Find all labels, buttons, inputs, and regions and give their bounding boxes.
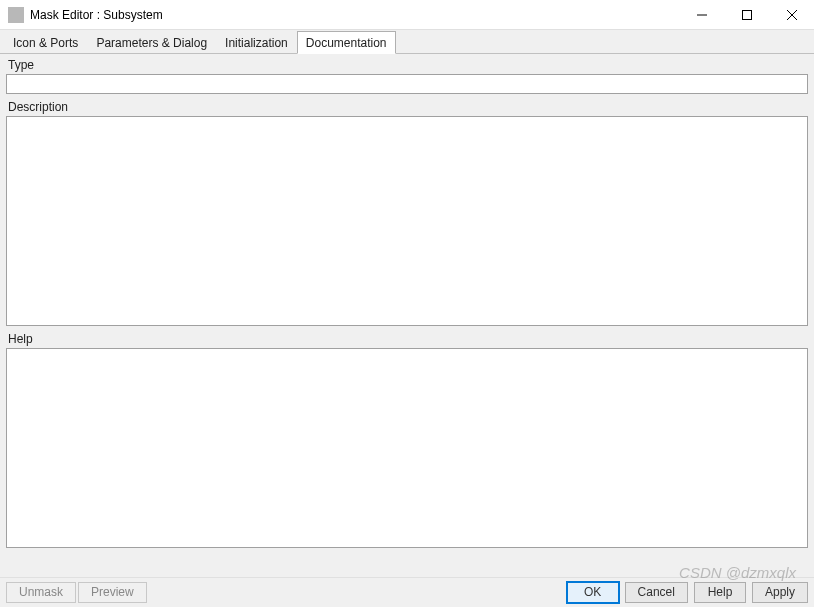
tab-bar: Icon & Ports Parameters & Dialog Initial… (0, 30, 814, 54)
close-icon (787, 10, 797, 20)
description-textarea[interactable] (6, 116, 808, 326)
footer: Unmask Preview OK Cancel Help Apply (0, 577, 814, 607)
footer-left: Unmask Preview (6, 582, 147, 603)
maximize-button[interactable] (724, 0, 769, 30)
type-input[interactable] (6, 74, 808, 94)
help-textarea[interactable] (6, 348, 808, 548)
window-title: Mask Editor : Subsystem (30, 8, 679, 22)
type-label: Type (6, 56, 808, 74)
footer-right: OK Cancel Help Apply (567, 582, 808, 603)
app-icon (8, 7, 24, 23)
help-button[interactable]: Help (694, 582, 746, 603)
cancel-button[interactable]: Cancel (625, 582, 688, 603)
titlebar: Mask Editor : Subsystem (0, 0, 814, 30)
tab-documentation[interactable]: Documentation (297, 31, 396, 54)
description-label: Description (6, 98, 808, 116)
tab-parameters-dialog[interactable]: Parameters & Dialog (87, 31, 216, 53)
window-controls (679, 0, 814, 30)
help-label: Help (6, 330, 808, 348)
maximize-icon (742, 10, 752, 20)
minimize-icon (697, 10, 707, 20)
close-button[interactable] (769, 0, 814, 30)
svg-rect-1 (742, 10, 751, 19)
preview-button[interactable]: Preview (78, 582, 147, 603)
tab-content-documentation: Type Description Help (0, 54, 814, 577)
minimize-button[interactable] (679, 0, 724, 30)
tab-initialization[interactable]: Initialization (216, 31, 297, 53)
unmask-button[interactable]: Unmask (6, 582, 76, 603)
ok-button[interactable]: OK (567, 582, 619, 603)
apply-button[interactable]: Apply (752, 582, 808, 603)
tab-icon-ports[interactable]: Icon & Ports (4, 31, 87, 53)
